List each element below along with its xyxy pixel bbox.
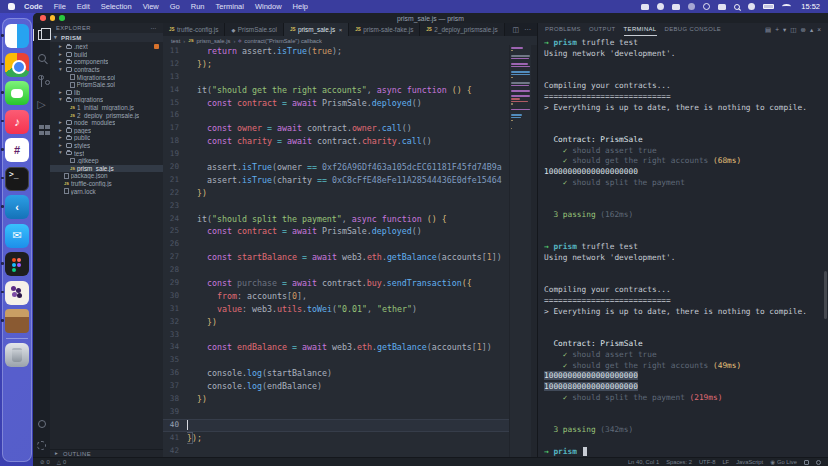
editor-scrollbar[interactable]	[531, 45, 537, 457]
chat-icon[interactable]	[718, 4, 726, 10]
tree-item-public[interactable]: ▸public	[50, 134, 163, 142]
code-area[interactable]: 11 return assert.isTrue(true);12 });1314…	[163, 45, 509, 457]
tree-item-2-deploy-prismsale-js[interactable]: JS2_deploy_prismsale.js	[50, 111, 163, 119]
terminal-scrollbar[interactable]	[824, 271, 827, 319]
dock-item-music[interactable]: ♪	[5, 110, 29, 134]
status-ln-40-col-1[interactable]: Ln 40, Col 1	[628, 459, 659, 465]
more-actions-icon[interactable]: ⋯	[524, 26, 531, 34]
code-line-31[interactable]: 31 value: web3.utils.toWei("0.01", "ethe…	[163, 303, 509, 316]
panel-tab-output[interactable]: OUTPUT	[589, 23, 616, 36]
code-line-22[interactable]: 22 })	[163, 187, 509, 200]
more-actions-icon[interactable]: ⋯	[151, 25, 157, 31]
menu-item-code[interactable]: Code	[24, 2, 43, 11]
menu-item-edit[interactable]: Edit	[77, 2, 90, 11]
tree-item-prismsale-sol[interactable]: PrismSale.sol	[50, 81, 163, 89]
breadcrumb-item-prism-sale-js[interactable]: prism_sale.js	[197, 38, 231, 44]
code-line-12[interactable]: 12 });	[163, 58, 509, 71]
tree-item-next[interactable]: ▸.next	[50, 43, 163, 51]
code-line-15[interactable]: 15 const contract = await PrismSale.depl…	[163, 97, 509, 110]
code-line-27[interactable]: 27 const startBalance = await web3.eth.g…	[163, 251, 509, 264]
code-line-13[interactable]: 13	[163, 71, 509, 84]
status-lf[interactable]: LF	[722, 459, 729, 465]
tree-item-gitkeep[interactable]: .gitkeep	[50, 157, 163, 165]
dock-item-minecraft[interactable]	[5, 309, 29, 333]
tree-item-build[interactable]: ▸build	[50, 51, 163, 59]
tree-item-migrations-sol[interactable]: Migrations.sol	[50, 73, 163, 81]
dock-item-finder[interactable]	[5, 24, 29, 48]
tab-prism-sale-fake-js[interactable]: JSprism-sale-fake.js	[349, 23, 420, 36]
breadcrumb-item-test[interactable]: test	[171, 38, 180, 44]
menu-item-run[interactable]: Run	[191, 2, 205, 11]
menu-item-file[interactable]: File	[54, 2, 66, 11]
dropdown-icon[interactable]: ▾	[783, 26, 786, 34]
menu-item-view[interactable]: View	[143, 2, 159, 11]
status-javascript[interactable]: JavaScript	[736, 459, 763, 465]
extensions-icon[interactable]	[36, 121, 48, 133]
tree-item-lib[interactable]: ▸lib	[50, 89, 163, 97]
code-line-41[interactable]: 41});	[163, 432, 509, 445]
dock-item-chrome[interactable]	[5, 53, 29, 77]
status-utf-8[interactable]: UTF-8	[699, 459, 715, 465]
status-warnings[interactable]: △0	[57, 459, 66, 465]
breadcrumb-item-contract-prismsale-callback[interactable]: contract("PrismSale") callback	[244, 38, 322, 44]
terminal-picker-icon[interactable]: ▤	[765, 26, 771, 34]
dock-item-vs-code[interactable]: ‹	[5, 195, 29, 219]
tab-truffle-config-js[interactable]: JStruffle-config.js	[163, 23, 225, 36]
code-line-11[interactable]: 11 return assert.isTrue(true);	[163, 45, 509, 58]
code-line-34[interactable]: 34 const endBalance = await web3.eth.get…	[163, 341, 509, 354]
project-root-row[interactable]: ▾ PRISM	[50, 33, 163, 42]
bell-icon[interactable]	[816, 460, 821, 465]
status-spaces-2[interactable]: Spaces: 2	[666, 459, 692, 465]
panel-tab-problems[interactable]: PROBLEMS	[545, 23, 581, 36]
tab-prism-sale-js[interactable]: JSprism_sale.js×	[284, 23, 349, 36]
panel-tab-terminal[interactable]: TERMINAL	[624, 23, 657, 36]
search-icon[interactable]	[36, 52, 48, 64]
code-line-23[interactable]: 23	[163, 200, 509, 213]
split-terminal-icon[interactable]: ◫	[790, 26, 796, 34]
outline-section[interactable]: ▸ OUTLINE	[50, 449, 163, 457]
code-line-20[interactable]: 20 assert.isTrue(owner == 0xf26A96Df463a…	[163, 161, 509, 174]
focus-icon[interactable]	[703, 3, 710, 10]
menu-item-go[interactable]: Go	[170, 2, 180, 11]
record-icon[interactable]	[688, 3, 695, 10]
tree-item-components[interactable]: ▸components	[50, 58, 163, 66]
code-line-38[interactable]: 38 })	[163, 393, 509, 406]
close-panel-icon[interactable]: ×	[817, 26, 821, 33]
code-line-21[interactable]: 21 assert.isTrue(charity == 0xC8cFfE48eF…	[163, 174, 509, 187]
run-debug-icon[interactable]: ▷	[36, 98, 48, 110]
menu-item-help[interactable]: Help	[293, 2, 308, 11]
wifi-icon[interactable]	[782, 4, 791, 9]
tree-item-contracts[interactable]: ▾contracts	[50, 66, 163, 74]
menu-item-window[interactable]: Window	[255, 2, 282, 11]
maximize-panel-icon[interactable]: ▴	[810, 26, 813, 34]
source-control-icon[interactable]	[36, 75, 48, 87]
explorer-icon[interactable]	[36, 29, 48, 41]
settings-gear-icon[interactable]	[36, 439, 48, 451]
code-line-37[interactable]: 37 console.log(endBalance)	[163, 380, 509, 393]
code-line-29[interactable]: 29 const purchase = await contract.buy.s…	[163, 277, 509, 290]
dock-item-messages[interactable]	[5, 81, 29, 105]
code-line-19[interactable]: 19	[163, 148, 509, 161]
keyboard-icon[interactable]	[672, 4, 680, 10]
code-line-28[interactable]: 28	[163, 264, 509, 277]
code-line-39[interactable]: 39	[163, 406, 509, 419]
kill-terminal-icon[interactable]: ⊗	[800, 26, 805, 34]
account-icon[interactable]	[36, 418, 48, 430]
status-go-live[interactable]: ◉Go Live	[770, 459, 797, 465]
code-line-36[interactable]: 36 console.log(startBalance)	[163, 367, 509, 380]
tree-item-1-initial-migration-js[interactable]: JS1_initial_migration.js	[50, 104, 163, 112]
code-line-32[interactable]: 32 })	[163, 316, 509, 329]
code-line-17[interactable]: 17 const owner = await contract.owner.ca…	[163, 122, 509, 135]
code-line-18[interactable]: 18 const charity = await contract.charit…	[163, 135, 509, 148]
tree-item-migrations[interactable]: ▾migrations	[50, 96, 163, 104]
apple-icon[interactable]	[8, 3, 15, 10]
window-titlebar[interactable]: prism_sale.js — prism	[33, 13, 828, 23]
tree-item-prism-sale-js[interactable]: JSprism_sale.js	[50, 165, 163, 173]
battery-icon[interactable]	[763, 4, 774, 9]
dock-item-app[interactable]	[5, 281, 29, 305]
dock-item-mail[interactable]	[5, 224, 29, 248]
code-line-42[interactable]: 42	[163, 445, 509, 457]
panel-tab-debug-console[interactable]: DEBUG CONSOLE	[665, 23, 722, 36]
globe-icon[interactable]	[657, 3, 664, 10]
menu-item-terminal[interactable]: Terminal	[216, 2, 244, 11]
